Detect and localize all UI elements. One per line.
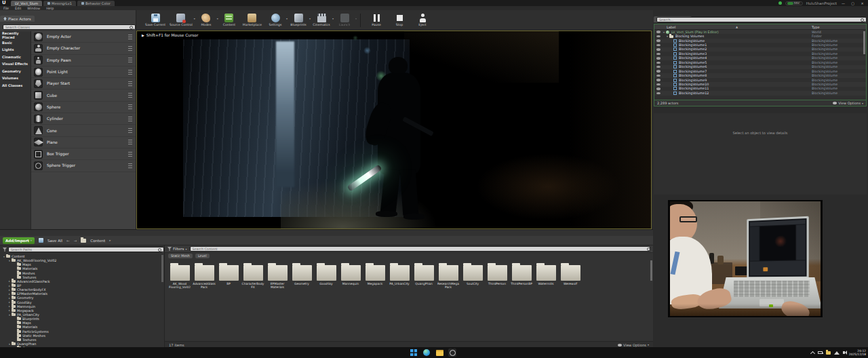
editor-tab[interactable]: LV_Voct_Slum bbox=[11, 1, 42, 6]
category-volumes[interactable]: Volumes bbox=[0, 75, 31, 82]
visibility-eye-icon[interactable] bbox=[656, 48, 660, 51]
asset-folder-tile[interactable]: CharacterBody FX bbox=[241, 263, 265, 289]
asset-folder-tile[interactable]: BP bbox=[216, 263, 241, 289]
asset-folder-tile[interactable]: AK_Wood Flooring_Vol02 bbox=[167, 263, 192, 289]
outliner-column-header[interactable]: Label ▲ Type bbox=[654, 24, 866, 30]
place-actor-item[interactable]: Cone bbox=[31, 125, 136, 136]
visibility-eye-icon[interactable] bbox=[656, 39, 660, 42]
asset-folder-tile[interactable]: GoodSky bbox=[314, 263, 338, 289]
category-basic[interactable]: Basic bbox=[0, 39, 31, 47]
asset-folder-tile[interactable]: Werewolf bbox=[558, 263, 583, 289]
wifi-icon[interactable] bbox=[834, 351, 840, 355]
visibility-eye-icon[interactable] bbox=[656, 44, 660, 47]
running-app-button[interactable] bbox=[448, 349, 456, 357]
place-actor-item[interactable]: Sphere bbox=[31, 102, 136, 113]
filter-funnel-icon[interactable] bbox=[3, 247, 7, 252]
asset-folder-tile[interactable]: AdvancedGlass Pack bbox=[192, 263, 216, 289]
visibility-eye-icon[interactable] bbox=[656, 57, 660, 60]
close-button[interactable]: ✕ bbox=[859, 1, 865, 5]
breadcrumb[interactable]: Content bbox=[90, 239, 105, 243]
visibility-eye-icon[interactable] bbox=[656, 92, 660, 95]
asset-folder-tile[interactable]: ThirdPersonBP bbox=[509, 263, 534, 289]
minimize-button[interactable]: — bbox=[840, 1, 846, 5]
marketplace-button[interactable]: Marketplace bbox=[241, 11, 264, 30]
outliner-scrollbar[interactable] bbox=[863, 31, 865, 54]
category-recently-placed[interactable]: Recently Placed bbox=[0, 32, 31, 39]
edge-browser-button[interactable] bbox=[422, 349, 431, 357]
category-visual-effects[interactable]: Visual Effects bbox=[0, 60, 31, 68]
battery-icon[interactable] bbox=[818, 351, 823, 354]
place-actor-item[interactable]: Plane bbox=[31, 137, 136, 148]
eject-button[interactable]: Eject bbox=[411, 11, 434, 30]
menu-help[interactable]: Help bbox=[46, 7, 54, 10]
view-options-button[interactable]: View Options ▾ bbox=[833, 101, 863, 105]
place-actor-item[interactable]: Box Trigger bbox=[31, 148, 136, 160]
menu-edit[interactable]: Edit bbox=[15, 7, 21, 10]
stop-button[interactable]: Stop bbox=[388, 11, 411, 30]
tree-scrollbar[interactable] bbox=[161, 255, 163, 282]
taskbar-clock[interactable]: 20:12 2025/12/18 bbox=[849, 349, 866, 357]
visibility-eye-icon[interactable] bbox=[656, 70, 660, 73]
filters-button[interactable]: Filters ▾ bbox=[167, 247, 187, 251]
filter-chip-static-mesh[interactable]: Static Mesh bbox=[168, 254, 193, 258]
place-actor-item[interactable]: Empty Character bbox=[31, 43, 136, 54]
place-actors-search-input[interactable] bbox=[3, 24, 136, 30]
column-label[interactable]: Label bbox=[667, 25, 676, 29]
visibility-eye-icon[interactable] bbox=[656, 75, 660, 77]
visibility-eye-icon[interactable] bbox=[656, 31, 660, 33]
outliner-search-input[interactable] bbox=[656, 17, 867, 22]
asset-folder-tile[interactable]: ThirdPerson bbox=[485, 263, 509, 289]
content-button[interactable]: Content bbox=[218, 11, 241, 30]
tray-folder-icon[interactable] bbox=[826, 351, 831, 355]
modes-button[interactable]: ▾Modes bbox=[195, 11, 218, 30]
visibility-eye-icon[interactable] bbox=[656, 62, 660, 64]
column-type[interactable]: Type bbox=[812, 25, 819, 29]
asset-folder-tile[interactable]: QuangPhan bbox=[412, 263, 436, 289]
file-explorer-button[interactable] bbox=[435, 349, 443, 357]
category-all-classes[interactable]: All Classes bbox=[0, 82, 31, 90]
add-import-button[interactable]: Add/Import ▾ bbox=[3, 237, 35, 244]
category-cinematic[interactable]: Cinematic bbox=[0, 54, 31, 61]
maximize-button[interactable]: ▢ bbox=[850, 1, 856, 5]
asset-folder-tile[interactable]: ResearchMega Pack bbox=[436, 263, 460, 289]
visibility-eye-icon[interactable] bbox=[656, 83, 660, 86]
place-actor-item[interactable]: Empty Pawn bbox=[31, 55, 136, 66]
place-actor-item[interactable]: Player Start bbox=[31, 78, 136, 90]
outliner-row[interactable]: BlockingVolume12BlockingVolume bbox=[654, 91, 866, 95]
menu-window[interactable]: Window bbox=[27, 7, 40, 10]
visibility-eye-icon[interactable] bbox=[656, 53, 660, 56]
assets-scrollbar[interactable] bbox=[650, 260, 652, 281]
view-options-button[interactable]: View Options ▾ bbox=[618, 343, 649, 347]
pause-button[interactable]: Pause bbox=[365, 11, 388, 30]
editor-tab[interactable]: Behavior Color bbox=[77, 1, 115, 6]
asset-folder-tile[interactable]: Watermills bbox=[534, 263, 558, 289]
save-current-button[interactable]: Save Current bbox=[143, 11, 167, 30]
nav-forward-button[interactable]: → bbox=[74, 239, 77, 243]
place-actors-tab[interactable]: Place Actors bbox=[0, 16, 35, 22]
nav-back-button[interactable]: ← bbox=[66, 239, 70, 243]
asset-folder-tile[interactable]: EPMaster Materials bbox=[265, 263, 290, 289]
collapse-arrow-icon[interactable]: ▾ bbox=[667, 35, 668, 38]
path-search-input[interactable] bbox=[8, 247, 164, 252]
category-lights[interactable]: Lights bbox=[0, 46, 31, 54]
menu-file[interactable]: File bbox=[3, 7, 9, 10]
start-button[interactable] bbox=[410, 349, 418, 357]
asset-folder-tile[interactable]: Geometry bbox=[290, 263, 314, 289]
asset-folder-tile[interactable]: Mannequin bbox=[338, 263, 363, 289]
place-actor-item[interactable]: Cylinder bbox=[31, 113, 136, 125]
save-all-button[interactable]: Save All bbox=[47, 239, 62, 243]
visibility-eye-icon[interactable] bbox=[656, 35, 660, 38]
category-geometry[interactable]: Geometry bbox=[0, 68, 31, 75]
blueprints-button[interactable]: ▾Blueprints bbox=[287, 11, 310, 30]
visibility-eye-icon[interactable] bbox=[656, 66, 660, 68]
cinematics-button[interactable]: ▾Cinematics bbox=[310, 11, 333, 30]
content-search-input[interactable] bbox=[190, 246, 650, 252]
place-actor-item[interactable]: Sphere Trigger bbox=[31, 160, 136, 172]
tray-overflow-chevron-icon[interactable] bbox=[810, 351, 815, 355]
visibility-eye-icon[interactable] bbox=[656, 79, 660, 81]
speaker-icon[interactable] bbox=[843, 351, 845, 354]
filter-chip-level[interactable]: Level bbox=[195, 254, 210, 258]
asset-folder-tile[interactable]: Megapack bbox=[363, 263, 387, 289]
visibility-eye-icon[interactable] bbox=[656, 87, 660, 90]
source-control-button[interactable]: ▾Source Control bbox=[167, 11, 195, 30]
